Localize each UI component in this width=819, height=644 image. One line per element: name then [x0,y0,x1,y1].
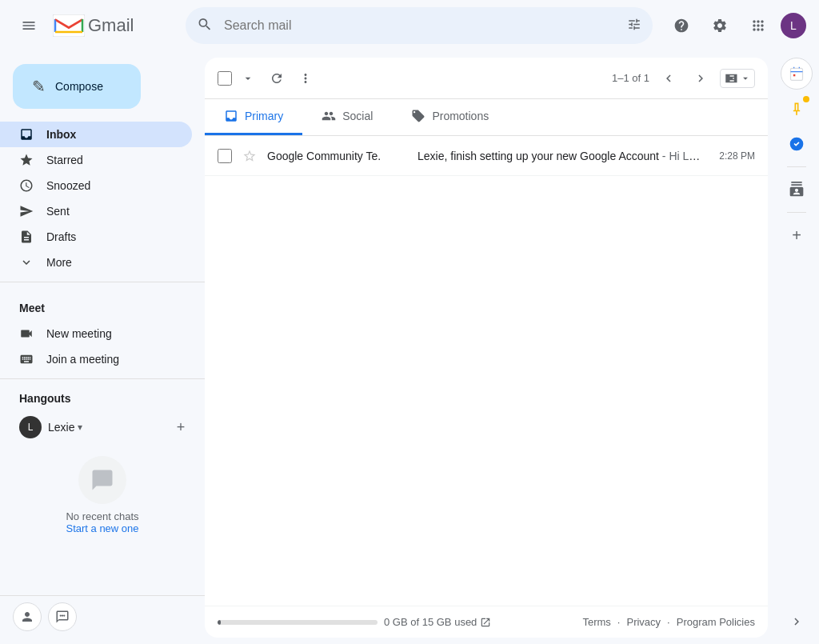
new-meeting-label: New meeting [46,327,112,340]
email-toolbar: 1–1 of 1 [205,58,768,99]
right-sidebar-divider-2 [787,212,806,213]
compose-label: Compose [55,80,103,93]
primary-tab-icon [224,109,238,123]
email-time: 2:28 PM [707,150,755,162]
next-page-button[interactable] [688,66,713,91]
hangout-add-button[interactable]: + [170,416,192,438]
email-footer: 0 GB of 15 GB used Terms · Privacy · Pro… [205,606,768,638]
sidebar-item-sent[interactable]: Sent [0,198,192,224]
apps-button[interactable] [742,10,774,42]
email-preview: - Hi Lexie, Welcome to Google. Y... [662,150,701,162]
contacts-button[interactable] [781,174,813,206]
select-dropdown-button[interactable] [235,66,261,91]
sidebar-item-starred[interactable]: Starred [0,147,192,173]
table-row[interactable]: Google Community Te. Lexie, finish setti… [205,136,768,176]
sidebar-item-snoozed[interactable]: Snoozed [0,173,192,198]
more-options-button[interactable] [293,66,318,91]
no-chats-section: No recent chats Start a new one [13,443,192,547]
privacy-link[interactable]: Privacy [626,616,661,628]
keyboard-icon [19,352,34,366]
svg-rect-1 [55,18,82,33]
settings-button[interactable] [704,10,736,42]
menu-button[interactable] [13,10,45,42]
refresh-button[interactable] [264,66,290,91]
terms-link[interactable]: Terms [582,616,610,628]
sidebar-divider-hangouts [0,378,205,379]
calendar-icon [789,66,805,82]
compose-button-wrapper: ✎ Compose [13,64,192,109]
storage-bar-container: 0 GB of 15 GB used [218,616,491,628]
toolbar-right: 1–1 of 1 [612,66,755,91]
expand-panel-button[interactable] [781,606,813,638]
add-apps-button[interactable]: + [781,219,813,251]
program-policies-link[interactable]: Program Policies [677,616,755,628]
hangout-user-row: L Lexie ▾ + [13,411,192,443]
chevron-right-icon [789,614,804,629]
email-subject: Lexie, finish setting up your new Google… [417,150,701,162]
compose-plus-icon: ✎ [32,77,46,96]
view-toggle[interactable] [720,69,755,88]
topbar-left: Gmail [13,10,173,42]
footer-links: Terms · Privacy · Program Policies [582,616,755,628]
compose-button[interactable]: ✎ Compose [13,64,141,109]
snoozed-label: Snoozed [46,179,90,192]
storage-bar [218,620,378,625]
topbar-right: L [665,10,806,42]
draft-icon [19,230,34,244]
calendar-button[interactable] [781,58,813,90]
help-button[interactable] [665,10,697,42]
storage-text: 0 GB of 15 GB used [384,616,491,628]
sidebar-item-join-meeting[interactable]: Join a meeting [0,346,192,372]
tab-primary-label: Primary [245,110,283,122]
keep-button[interactable] [781,93,813,125]
video-icon [19,326,34,341]
more-label: More [46,256,72,269]
social-tab-icon [322,109,336,123]
drafts-label: Drafts [46,230,76,243]
avatar[interactable]: L [781,13,806,38]
star-icon [19,153,34,167]
no-chats-text: No recent chats [66,510,138,522]
sidebar-item-inbox[interactable]: Inbox [0,122,192,147]
inbox-label: Inbox [46,128,76,141]
tab-social[interactable]: Social [302,99,392,135]
tab-social-label: Social [342,110,373,122]
people-button[interactable] [13,602,42,631]
promotions-tab-icon [411,109,425,123]
keep-badge [803,96,809,102]
hangout-user-name: Lexie ▾ [48,421,82,434]
tasks-icon [789,136,805,152]
app-title: Gmail [88,15,134,36]
email-checkbox[interactable] [218,149,232,163]
svg-point-4 [63,614,65,616]
search-input[interactable] [186,7,653,44]
tab-promotions[interactable]: Promotions [392,99,508,135]
send-icon [19,204,34,218]
sidebar-item-new-meeting[interactable]: New meeting [0,321,192,346]
inbox-tabs: Primary Social Promotions [205,99,768,136]
pagination-info: 1–1 of 1 [612,72,649,84]
chat-bubble-icon [78,456,126,504]
sidebar-bottom [0,595,205,638]
tab-primary[interactable]: Primary [205,99,302,135]
external-link-icon [480,617,491,628]
star-button[interactable] [238,145,261,167]
sidebar-item-drafts[interactable]: Drafts [0,224,192,250]
search-filter-icon[interactable] [627,18,641,34]
tasks-button[interactable] [781,128,813,160]
search-icon [197,17,213,35]
hangout-avatar: L [19,416,42,438]
sidebar-item-more[interactable]: More [0,250,192,275]
svg-point-3 [62,614,63,616]
keep-icon [789,101,805,117]
select-all-checkbox[interactable] [218,71,232,86]
start-new-chat-link[interactable]: Start a new one [66,522,138,534]
svg-rect-5 [791,68,803,80]
select-all-checkbox-wrapper [218,71,232,86]
hangout-user-item[interactable]: L Lexie ▾ [13,411,89,443]
meet-section-header: Meet [0,295,205,321]
sender-name: Google Community Te. [267,150,411,162]
chat-button[interactable] [48,602,77,631]
storage-bar-fill [218,620,221,625]
prev-page-button[interactable] [656,66,681,91]
